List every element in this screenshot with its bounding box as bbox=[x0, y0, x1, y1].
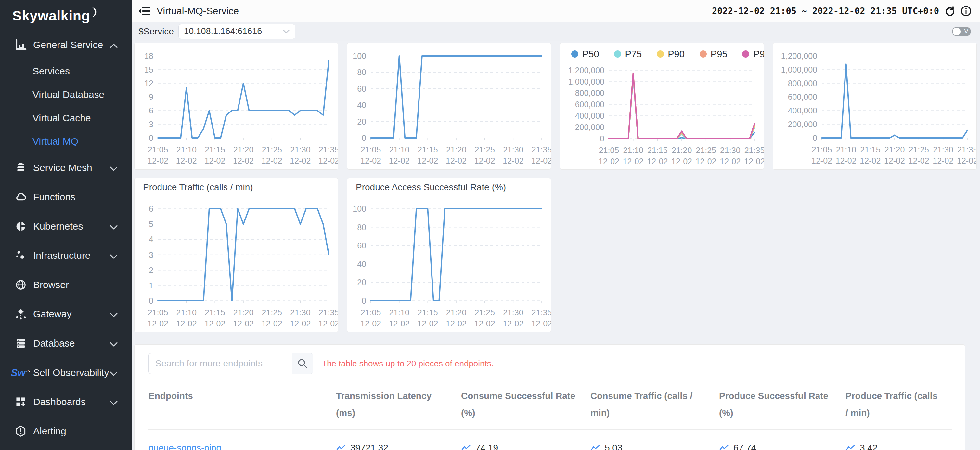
legend-item-p50[interactable]: P50 bbox=[571, 49, 599, 59]
sidebar-item-browser[interactable]: Browser bbox=[0, 270, 132, 300]
svg-text:100: 100 bbox=[353, 51, 366, 61]
svg-text:21:35: 21:35 bbox=[319, 308, 338, 317]
svg-text:21:30: 21:30 bbox=[290, 145, 311, 154]
sidebar-item-label: Virtual Cache bbox=[32, 113, 91, 124]
sidebar-item-virtual-mq[interactable]: Virtual MQ bbox=[0, 130, 132, 153]
chart-canvas[interactable]: 0200,000400,000600,000800,0001,000,0001,… bbox=[560, 62, 764, 169]
legend-item-p75[interactable]: P75 bbox=[614, 49, 642, 59]
chart-canvas[interactable]: 036912151821:0512-0221:1012-0221:1512-02… bbox=[135, 45, 338, 169]
svg-text:12-02: 12-02 bbox=[176, 156, 197, 165]
chart-canvas[interactable]: 02040608010021:0512-0221:1012-0221:1512-… bbox=[347, 45, 551, 169]
svg-text:21:10: 21:10 bbox=[389, 145, 409, 154]
svg-text:4: 4 bbox=[149, 235, 153, 244]
svg-text:0: 0 bbox=[600, 134, 605, 143]
svg-text:21:20: 21:20 bbox=[671, 146, 692, 155]
svg-text:21:20: 21:20 bbox=[233, 308, 254, 317]
bar-chart-icon bbox=[14, 38, 28, 52]
svg-text:80: 80 bbox=[357, 68, 366, 77]
service-select[interactable]: 10.108.1.164:61616 bbox=[178, 24, 295, 39]
svg-text:60: 60 bbox=[357, 241, 366, 250]
mesh-icon bbox=[14, 161, 28, 175]
endpoint-link[interactable]: queue-songs-ping bbox=[148, 443, 221, 450]
legend-item-p95[interactable]: P95 bbox=[700, 49, 727, 59]
svg-text:21:15: 21:15 bbox=[205, 308, 225, 317]
metric-value: 5.03 bbox=[605, 443, 622, 450]
dashboard-content: 036912151821:0512-0221:1012-0221:1512-02… bbox=[132, 41, 980, 450]
svg-text:12-02: 12-02 bbox=[836, 156, 856, 165]
svg-text:12-02: 12-02 bbox=[598, 157, 619, 166]
svg-text:60: 60 bbox=[357, 84, 366, 93]
svg-text:12-02: 12-02 bbox=[503, 156, 523, 165]
sidebar-item-service-mesh[interactable]: Service Mesh bbox=[0, 153, 132, 182]
sidebar-item-self-observability[interactable]: Sw⁙Self Observability bbox=[0, 358, 132, 387]
svg-text:21:10: 21:10 bbox=[623, 146, 643, 155]
sparkline-icon[interactable] bbox=[590, 444, 600, 450]
sw-logo-icon: Sw⁙ bbox=[14, 366, 28, 380]
svg-text:21:35: 21:35 bbox=[745, 146, 764, 155]
collapse-sidebar-icon[interactable] bbox=[138, 6, 150, 16]
chart-canvas[interactable]: 012345621:0512-0221:1012-0221:1512-0221:… bbox=[135, 196, 338, 332]
legend-dot-icon bbox=[614, 50, 621, 57]
sparkline-icon[interactable] bbox=[845, 444, 855, 450]
info-icon[interactable] bbox=[961, 6, 972, 17]
top-bar: Virtual-MQ-Service 2022-12-02 21:05 ~ 20… bbox=[132, 0, 980, 22]
metric-value: 74.19 bbox=[476, 443, 498, 450]
svg-text:6: 6 bbox=[149, 204, 153, 213]
svg-text:12-02: 12-02 bbox=[417, 319, 438, 328]
sidebar-item-database[interactable]: Database bbox=[0, 329, 132, 358]
chart-canvas[interactable]: 02040608010021:0512-0221:1012-0221:1512-… bbox=[347, 196, 551, 332]
sidebar-item-virtual-cache[interactable]: Virtual Cache bbox=[0, 106, 132, 130]
sparkline-icon[interactable] bbox=[336, 444, 346, 450]
svg-text:12-02: 12-02 bbox=[417, 156, 438, 165]
chart-canvas[interactable]: 0200,000400,000600,000800,0001,000,0001,… bbox=[773, 45, 977, 169]
search-button[interactable] bbox=[292, 353, 313, 374]
svg-text:12-02: 12-02 bbox=[360, 156, 381, 165]
svg-text:21:35: 21:35 bbox=[531, 145, 551, 154]
svg-text:12-02: 12-02 bbox=[744, 157, 764, 166]
svg-text:6: 6 bbox=[149, 106, 153, 115]
sidebar-item-general-service[interactable]: General Service bbox=[0, 30, 132, 59]
metric-value: 67.74 bbox=[733, 443, 756, 450]
sidebar-item-label: Infrastructure bbox=[33, 250, 91, 261]
view-toggle[interactable]: V bbox=[952, 27, 971, 36]
sidebar-item-services[interactable]: Services bbox=[0, 59, 132, 83]
legend-item-p99[interactable]: P99 bbox=[742, 49, 764, 59]
endpoints-table-panel: The table shows up to 20 pieces of endpo… bbox=[134, 344, 965, 450]
svg-text:0: 0 bbox=[813, 133, 817, 142]
svg-text:1,200,000: 1,200,000 bbox=[568, 66, 605, 75]
chart-row-2: Produce Traffic (calls / min)012345621:0… bbox=[134, 178, 977, 332]
sparkline-icon[interactable] bbox=[719, 444, 729, 450]
chart-panel: P50P75P90P95P990200,000400,000600,000800… bbox=[560, 43, 764, 170]
legend-item-p90[interactable]: P90 bbox=[657, 49, 685, 59]
service-bar: $Service 10.108.1.164:61616 V bbox=[132, 22, 980, 41]
sidebar-item-virtual-database[interactable]: Virtual Database bbox=[0, 83, 132, 106]
svg-text:800,000: 800,000 bbox=[788, 79, 817, 88]
svg-text:21:30: 21:30 bbox=[290, 308, 311, 317]
svg-text:2: 2 bbox=[149, 266, 153, 275]
sidebar-item-alerting[interactable]: Alerting bbox=[0, 416, 132, 446]
refresh-icon[interactable] bbox=[944, 6, 955, 17]
svg-text:0: 0 bbox=[149, 133, 153, 142]
sidebar-item-functions[interactable]: Functions bbox=[0, 182, 132, 212]
infrastructure-icon bbox=[14, 249, 28, 262]
chevron-up-icon bbox=[110, 39, 118, 50]
chart-panel: 02040608010021:0512-0221:1012-0221:1512-… bbox=[347, 43, 551, 170]
topbar-right: 2022-12-02 21:05 ~ 2022-12-02 21:35 UTC+… bbox=[712, 6, 972, 17]
sidebar-item-dashboards[interactable]: Dashboards bbox=[0, 387, 132, 416]
sidebar-item-label: Dashboards bbox=[33, 396, 86, 407]
sidebar-item-label: Database bbox=[33, 338, 75, 349]
sidebar-item-kubernetes[interactable]: Kubernetes bbox=[0, 212, 132, 241]
sidebar-item-label: Services bbox=[32, 66, 70, 77]
globe-icon bbox=[14, 278, 28, 292]
chevron-down-icon bbox=[110, 367, 118, 378]
sparkline-icon[interactable] bbox=[461, 444, 471, 450]
svg-text:12-02: 12-02 bbox=[389, 319, 410, 328]
svg-text:12-02: 12-02 bbox=[647, 157, 668, 166]
time-range-picker[interactable]: 2022-12-02 21:05 ~ 2022-12-02 21:35 UTC+… bbox=[712, 6, 939, 16]
svg-text:21:25: 21:25 bbox=[474, 145, 495, 154]
sidebar-item-gateway[interactable]: Gateway bbox=[0, 300, 132, 329]
search-input[interactable] bbox=[148, 353, 292, 374]
svg-text:20: 20 bbox=[357, 278, 366, 287]
dashboards-icon bbox=[14, 395, 28, 409]
sidebar-item-infrastructure[interactable]: Infrastructure bbox=[0, 241, 132, 270]
